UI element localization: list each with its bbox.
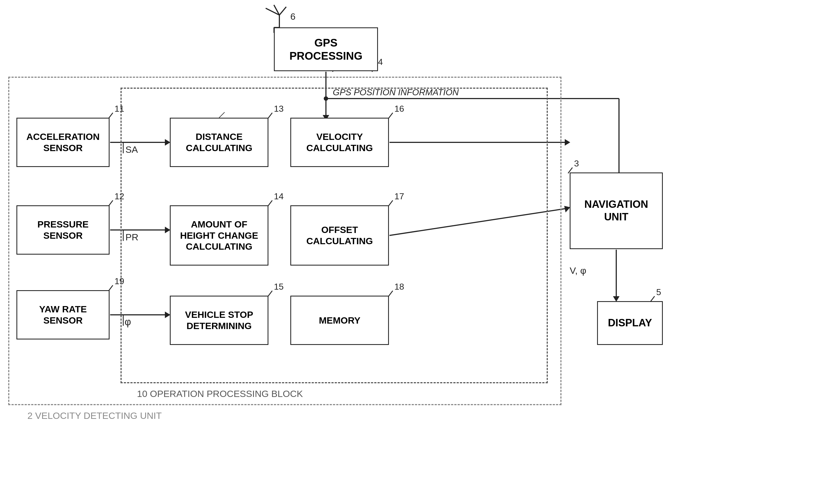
acceleration-sensor-label: ACCELERATIONSENSOR <box>26 131 100 154</box>
svg-marker-26 <box>565 139 570 146</box>
distance-calculating-box: DISTANCECALCULATING <box>170 118 268 167</box>
svg-line-1 <box>266 8 279 15</box>
yaw-rate-sensor-label: YAW RATESENSOR <box>39 304 87 326</box>
svg-marker-30 <box>613 296 620 302</box>
velocity-calculating-box: VELOCITYCALCULATING <box>290 118 389 167</box>
memory-box: MEMORY <box>290 296 389 345</box>
height-change-calculating-label: AMOUNT OFHEIGHT CHANGECALCULATING <box>180 219 258 252</box>
v-phi-label: V, φ <box>570 265 586 276</box>
acceleration-sensor-box: ACCELERATIONSENSOR <box>16 118 110 167</box>
ref-6-label: 6 <box>290 11 295 22</box>
svg-marker-28 <box>564 206 570 212</box>
diagram: 6 <box>0 0 814 504</box>
offset-calculating-label: OFFSETCALCULATING <box>306 224 373 247</box>
navigation-unit-box: NAVIGATIONUNIT <box>570 172 663 249</box>
velocity-calculating-label: VELOCITYCALCULATING <box>306 131 373 154</box>
height-change-calculating-box: AMOUNT OFHEIGHT CHANGECALCULATING <box>170 205 268 266</box>
gps-processing-label: GPSPROCESSING <box>289 36 362 62</box>
vel-unit-label: 2 VELOCITY DETECTING UNIT <box>27 410 162 421</box>
ref-3: 3 <box>574 159 579 168</box>
display-label: DISPLAY <box>608 317 652 329</box>
svg-line-2 <box>279 7 286 15</box>
memory-label: MEMORY <box>319 315 360 326</box>
offset-calculating-box: OFFSETCALCULATING <box>290 205 389 266</box>
svg-line-3 <box>274 5 279 15</box>
pressure-sensor-label: PRESSURESENSOR <box>37 219 88 241</box>
gps-processing-box: GPSPROCESSING <box>274 27 378 71</box>
distance-calculating-label: DISTANCECALCULATING <box>186 131 252 154</box>
yaw-rate-sensor-box: YAW RATESENSOR <box>16 290 110 339</box>
ref-4: 4 <box>378 57 383 67</box>
vehicle-stop-determining-box: VEHICLE STOPDETERMINING <box>170 296 268 345</box>
display-box: DISPLAY <box>597 301 663 345</box>
ref-5: 5 <box>656 287 661 297</box>
navigation-unit-label: NAVIGATIONUNIT <box>585 198 648 223</box>
pressure-sensor-box: PRESSURESENSOR <box>16 205 110 255</box>
vehicle-stop-determining-label: VEHICLE STOPDETERMINING <box>185 309 253 332</box>
